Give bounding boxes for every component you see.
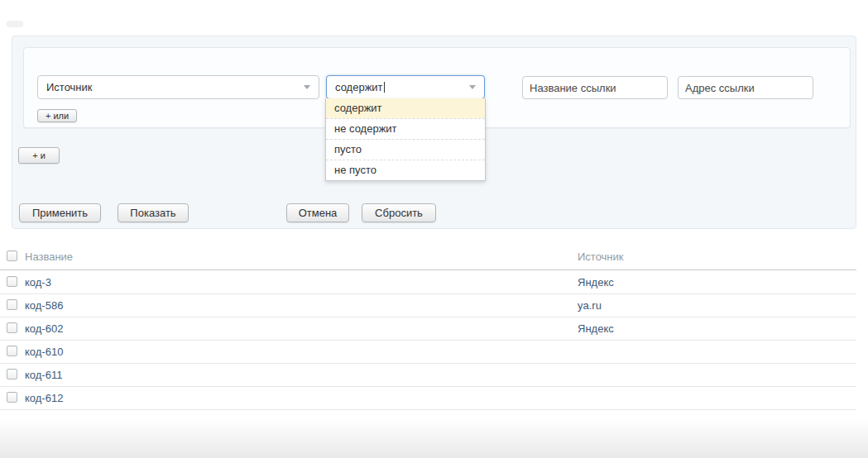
column-header-name: Название <box>25 250 73 263</box>
dropdown-option[interactable]: пусто <box>326 139 485 160</box>
field-select-value: Источник <box>46 81 93 93</box>
link-url-input[interactable] <box>678 76 813 99</box>
row-checkbox[interactable] <box>7 392 17 403</box>
row-name-link[interactable]: код-586 <box>25 299 63 312</box>
table-row: код-610 <box>0 340 856 364</box>
row-source-link[interactable]: Яндекс <box>578 322 614 335</box>
chevron-down-icon <box>469 85 476 89</box>
select-all-checkbox[interactable] <box>7 250 17 261</box>
row-name-link[interactable]: код-610 <box>25 346 63 358</box>
show-button[interactable]: Показать <box>117 203 189 222</box>
field-select[interactable]: Источник <box>37 75 319 99</box>
link-name-input[interactable] <box>522 76 668 99</box>
operator-dropdown: содержит не содержит пусто не пусто <box>325 98 486 181</box>
collapsed-element <box>7 21 23 27</box>
table-row: код-586 ya.ru <box>0 293 856 317</box>
row-name-link[interactable]: код-611 <box>25 369 62 381</box>
operator-combobox[interactable]: содержит <box>326 75 485 99</box>
row-checkbox[interactable] <box>7 299 17 310</box>
page: Источник содержит + или + и Применить По… <box>0 0 868 458</box>
chevron-down-icon <box>304 85 310 89</box>
row-checkbox[interactable] <box>7 276 17 287</box>
row-checkbox[interactable] <box>7 369 17 379</box>
row-checkbox[interactable] <box>7 322 17 333</box>
text-cursor <box>384 82 385 93</box>
table-row: код-602 Яндекс <box>0 317 856 341</box>
table-row: код-3 Яндекс <box>0 270 856 294</box>
column-header-source: Источник <box>578 250 624 263</box>
row-source-link[interactable]: ya.ru <box>578 299 602 312</box>
add-and-button[interactable]: + и <box>18 147 60 164</box>
cancel-button[interactable]: Отмена <box>286 203 349 222</box>
dropdown-option[interactable]: не содержит <box>326 118 485 139</box>
operator-combobox-value: содержит <box>335 81 383 93</box>
row-source-link[interactable]: Яндекс <box>578 276 614 289</box>
table-row: код-612 <box>0 386 856 410</box>
reset-button[interactable]: Сбросить <box>362 203 436 222</box>
table-header: Название Источник <box>0 245 856 270</box>
apply-button[interactable]: Применить <box>19 203 101 222</box>
row-name-link[interactable]: код-612 <box>25 392 63 404</box>
row-checkbox[interactable] <box>7 346 17 356</box>
footer-gradient <box>0 418 868 458</box>
add-or-button[interactable]: + или <box>37 109 77 122</box>
row-name-link[interactable]: код-602 <box>25 322 63 335</box>
row-name-link[interactable]: код-3 <box>25 276 51 289</box>
table-row: код-611 <box>0 363 856 387</box>
dropdown-option[interactable]: не пусто <box>326 160 485 180</box>
dropdown-option[interactable]: содержит <box>326 98 485 118</box>
